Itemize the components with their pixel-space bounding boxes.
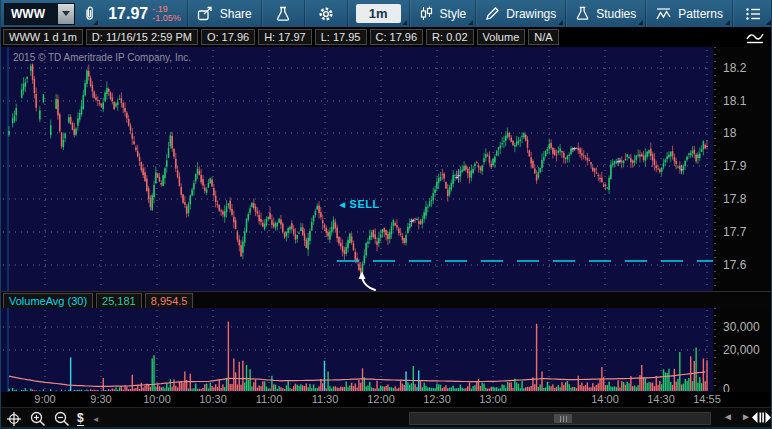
bar-high: H: 17.97 <box>258 29 312 45</box>
bar-close: C: 17.96 <box>370 29 424 45</box>
volume-chart-canvas[interactable] <box>1 308 713 392</box>
price-axis-label: 18 <box>723 126 736 140</box>
volume-study-value-current: 25,181 <box>96 293 142 309</box>
zoom-out-button[interactable] <box>51 410 73 428</box>
wave-icon <box>745 30 765 44</box>
volume-study-name[interactable]: VolumeAvg (30) <box>3 293 93 309</box>
volume-axis-minor-ticks <box>714 308 716 392</box>
zoom-in-icon <box>30 411 46 427</box>
chart-mode-button[interactable] <box>743 29 767 45</box>
volume-study-value-average: 8,954.5 <box>145 293 194 309</box>
candlestick-style-icon <box>419 6 434 21</box>
price-axis-label: 17.7 <box>723 225 746 239</box>
pan-crosshair-icon <box>6 411 22 427</box>
time-axis[interactable]: 9:009:3010:0010:3011:0011:3012:0012:3013… <box>1 392 772 407</box>
volume-average-line <box>9 372 705 387</box>
timeframe-button[interactable]: 1m <box>347 0 409 27</box>
settings-button[interactable] <box>304 0 347 27</box>
price-axis[interactable]: 18.218.11817.917.817.717.6 17.96 <box>713 47 772 291</box>
time-axis-label: 13:00 <box>479 393 507 405</box>
time-axis-label: 11:30 <box>312 393 339 405</box>
chart-descriptor: WWW 1 d 1m <box>3 29 83 45</box>
patterns-button[interactable]: Patterns <box>645 0 732 27</box>
patterns-icon <box>655 7 672 21</box>
bar-range: R: 0.02 <box>426 29 473 45</box>
sell-arrow-icon: ◄ <box>337 199 347 210</box>
studies-flask-icon <box>575 6 590 21</box>
price-chart-panel: 2015 © TD Ameritrade IP Company, Inc. ◄ … <box>1 47 772 291</box>
time-axis-label: 14:30 <box>647 393 675 405</box>
price-chart-canvas[interactable] <box>1 47 713 291</box>
top-toolbar: WWW 17.97 -.19-1.05% Share <box>1 0 772 27</box>
gear-icon <box>318 6 334 22</box>
alerts-button[interactable] <box>261 0 304 27</box>
ohlc-info-bar: WWW 1 d 1m D: 11/16/15 2:59 PM O: 17.96 … <box>1 27 772 47</box>
symbol-value[interactable]: WWW <box>5 4 58 24</box>
time-axis-label: 12:00 <box>367 393 395 405</box>
symbol-input[interactable]: WWW <box>4 3 75 25</box>
volume-axis[interactable]: 30,00020,0000 25,1818,954.5 <box>713 308 772 392</box>
price-axis-label: 18.2 <box>723 61 746 75</box>
chevron-down-icon <box>62 11 70 16</box>
symbol-dropdown-button[interactable] <box>58 4 74 24</box>
zoom-in-button[interactable] <box>27 410 49 428</box>
cursor-arrow <box>359 272 376 291</box>
bar-low: L: 17.95 <box>315 29 367 45</box>
volume-bars-group <box>8 322 707 391</box>
time-axis-label: 11:00 <box>256 393 283 405</box>
time-axis-label: 12:30 <box>423 393 451 405</box>
time-scrollbar[interactable] <box>409 412 711 425</box>
pan-button[interactable] <box>3 410 25 428</box>
price-axis-label: 17.8 <box>723 192 746 206</box>
expand-horizontal-icon <box>751 411 771 424</box>
volume-axis-label: 20,000 <box>723 343 760 357</box>
expand-time-axis-button[interactable] <box>751 410 771 428</box>
copyright-text: 2015 © TD Ameritrade IP Company, Inc. <box>13 52 191 63</box>
price-axis-minor-ticks <box>714 47 716 291</box>
last-price: 17.97 <box>100 5 152 23</box>
share-icon <box>197 6 214 21</box>
share-button[interactable]: Share <box>187 0 261 27</box>
collapse-left-icon[interactable]: ◄ <box>92 415 100 424</box>
chart-menu-button[interactable] <box>732 0 772 27</box>
time-scrollbar-grip[interactable] <box>554 414 572 423</box>
pencil-icon <box>485 6 500 21</box>
sell-order-marker[interactable]: ◄ SELL <box>337 198 380 210</box>
candles-group <box>8 63 708 279</box>
price-axis-label: 17.9 <box>723 159 746 173</box>
bar-datetime: D: 11/16/15 2:59 PM <box>86 29 198 45</box>
bar-open: O: 17.96 <box>201 29 255 45</box>
time-axis-label: 14:55 <box>693 393 721 405</box>
price-change: -.19-1.05% <box>152 5 187 23</box>
price-scale-button[interactable]: $ <box>77 412 84 426</box>
sell-label: SELL <box>350 198 380 210</box>
link-charts-button[interactable] <box>79 0 100 27</box>
price-axis-label: 17.6 <box>723 258 746 272</box>
scroll-left-button[interactable]: ◄ <box>723 411 733 422</box>
volume-axis-label: 30,000 <box>723 320 760 334</box>
timeframe-value: 1m <box>356 4 401 23</box>
volume-value: N/A <box>528 29 558 45</box>
time-axis-label: 10:00 <box>143 393 171 405</box>
thinkorswim-chart-window: WWW 17.97 -.19-1.05% Share <box>0 0 772 429</box>
scroll-right-button[interactable]: ► <box>741 411 751 422</box>
price-axis-label: 18.1 <box>723 94 746 108</box>
studies-button[interactable]: Studies <box>565 0 645 27</box>
volume-label: Volume <box>477 29 526 45</box>
volume-panel: 30,00020,0000 25,1818,954.5 <box>1 308 772 392</box>
drawings-button[interactable]: Drawings <box>475 0 565 27</box>
zoom-out-icon <box>54 411 70 427</box>
list-menu-icon <box>745 7 761 21</box>
time-axis-label: 9:30 <box>90 393 111 405</box>
style-button[interactable]: Style <box>409 0 476 27</box>
volume-study-header: VolumeAvg (30) 25,181 8,954.5 <box>1 291 772 309</box>
time-axis-label: 14:00 <box>591 393 619 405</box>
flask-icon <box>275 6 291 22</box>
time-axis-label: 9:00 <box>34 393 55 405</box>
paperclip-icon <box>83 5 96 22</box>
time-axis-label: 10:30 <box>199 393 227 405</box>
